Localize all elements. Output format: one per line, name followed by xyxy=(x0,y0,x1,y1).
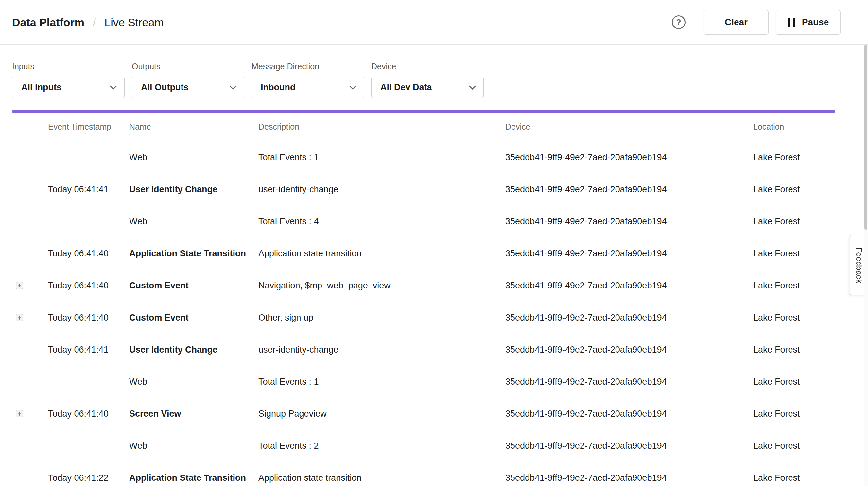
clear-button[interactable]: Clear xyxy=(704,10,769,35)
scrollbar xyxy=(864,45,868,486)
outputs-select[interactable]: All Outputs xyxy=(132,77,244,98)
table-row: Today 06:41:41 User Identity Change user… xyxy=(12,173,835,205)
event-description: Signup Pageview xyxy=(258,409,505,419)
event-name: Application State Transition xyxy=(129,248,258,259)
expand-plus-icon[interactable] xyxy=(16,410,23,417)
expand-cell xyxy=(12,346,48,353)
event-description: Total Events : 2 xyxy=(258,441,505,451)
table-header-row: Event Timestamp Name Description Device … xyxy=(12,113,835,141)
event-description: user-identity-change xyxy=(258,345,505,355)
event-name: Screen View xyxy=(129,409,258,419)
event-location: Lake Forest xyxy=(753,313,835,323)
table-row: Today 06:41:40 Custom Event Other, sign … xyxy=(12,302,835,334)
event-device: 35eddb41-9ff9-49e2-7aed-20afa90eb194 xyxy=(505,313,753,323)
event-name: User Identity Change xyxy=(129,345,258,355)
table-row: Web Total Events : 1 35eddb41-9ff9-49e2-… xyxy=(12,366,835,398)
scrollbar-thumb[interactable] xyxy=(864,45,867,230)
event-device: 35eddb41-9ff9-49e2-7aed-20afa90eb194 xyxy=(505,441,753,451)
inputs-select[interactable]: All Inputs xyxy=(12,77,125,98)
expand-cell xyxy=(12,378,48,385)
table-row: Today 06:41:40 Application State Transit… xyxy=(12,238,835,270)
expand-cell xyxy=(12,186,48,193)
table-row: Today 06:41:22 Application State Transit… xyxy=(12,462,835,486)
event-name: Web xyxy=(129,377,258,387)
inputs-select-value: All Inputs xyxy=(21,83,61,93)
event-timestamp: Today 06:41:22 xyxy=(48,473,129,483)
event-name: Web xyxy=(129,441,258,451)
message-direction-select[interactable]: Inbound xyxy=(251,77,364,98)
outputs-select-value: All Outputs xyxy=(141,83,188,93)
filter-group-device: Device All Dev Data xyxy=(371,62,484,98)
event-device: 35eddb41-9ff9-49e2-7aed-20afa90eb194 xyxy=(505,281,753,291)
event-description: Total Events : 4 xyxy=(258,216,505,226)
event-device: 35eddb41-9ff9-49e2-7aed-20afa90eb194 xyxy=(505,377,753,387)
event-description: Total Events : 1 xyxy=(258,152,505,162)
events-table: Event Timestamp Name Description Device … xyxy=(12,113,835,486)
event-location: Lake Forest xyxy=(753,441,835,451)
help-icon[interactable]: ? xyxy=(672,16,685,29)
event-location: Lake Forest xyxy=(753,152,835,162)
expand-cell xyxy=(12,218,48,225)
filter-group-inputs: Inputs All Inputs xyxy=(12,62,125,98)
filter-group-outputs: Outputs All Outputs xyxy=(132,62,244,98)
event-location: Lake Forest xyxy=(753,216,835,226)
event-timestamp: Today 06:41:40 xyxy=(48,248,129,259)
event-location: Lake Forest xyxy=(753,377,835,387)
event-timestamp: Today 06:41:40 xyxy=(48,281,129,291)
event-device: 35eddb41-9ff9-49e2-7aed-20afa90eb194 xyxy=(505,473,753,483)
col-device: Device xyxy=(505,122,753,131)
event-description: user-identity-change xyxy=(258,184,505,194)
expand-cell xyxy=(12,474,48,481)
chevron-down-icon xyxy=(110,83,117,90)
filter-bar: Inputs All Inputs Outputs All Outputs Me… xyxy=(0,45,868,98)
expand-plus-icon[interactable] xyxy=(16,314,23,321)
event-description: Other, sign up xyxy=(258,313,505,323)
chevron-down-icon xyxy=(349,83,356,90)
event-name: Custom Event xyxy=(129,281,258,291)
expand-plus-icon[interactable] xyxy=(16,282,23,289)
table-row: Today 06:41:41 User Identity Change user… xyxy=(12,334,835,366)
event-description: Application state transition xyxy=(258,248,505,259)
event-location: Lake Forest xyxy=(753,345,835,355)
event-description: Total Events : 1 xyxy=(258,377,505,387)
expand-cell xyxy=(12,442,48,449)
col-event-timestamp: Event Timestamp xyxy=(48,122,129,131)
header-actions: ? Clear Pause xyxy=(672,10,840,35)
pause-button[interactable]: Pause xyxy=(776,10,840,35)
filter-group-message-direction: Message Direction Inbound xyxy=(251,62,364,98)
outputs-filter-label: Outputs xyxy=(132,62,244,71)
breadcrumb: Data Platform / Live Stream xyxy=(12,16,164,29)
stream-progress-bar xyxy=(12,110,835,113)
col-name: Name xyxy=(129,122,258,131)
col-description: Description xyxy=(258,122,505,131)
message-direction-select-value: Inbound xyxy=(261,83,295,93)
page-title: Live Stream xyxy=(104,16,163,29)
event-device: 35eddb41-9ff9-49e2-7aed-20afa90eb194 xyxy=(505,409,753,419)
device-filter-label: Device xyxy=(371,62,484,71)
event-location: Lake Forest xyxy=(753,281,835,291)
pause-button-label: Pause xyxy=(802,17,829,28)
message-direction-filter-label: Message Direction xyxy=(251,62,364,71)
event-device: 35eddb41-9ff9-49e2-7aed-20afa90eb194 xyxy=(505,184,753,194)
expand-cell xyxy=(12,282,48,289)
table-row: Today 06:41:40 Custom Event Navigation, … xyxy=(12,270,835,302)
event-location: Lake Forest xyxy=(753,409,835,419)
event-name: Custom Event xyxy=(129,313,258,323)
event-location: Lake Forest xyxy=(753,473,835,483)
event-description: Application state transition xyxy=(258,473,505,483)
pause-icon xyxy=(787,18,796,27)
event-device: 35eddb41-9ff9-49e2-7aed-20afa90eb194 xyxy=(505,152,753,162)
event-name: Application State Transition xyxy=(129,473,258,483)
breadcrumb-separator: / xyxy=(93,16,96,28)
event-name: User Identity Change xyxy=(129,184,258,194)
event-device: 35eddb41-9ff9-49e2-7aed-20afa90eb194 xyxy=(505,248,753,259)
table-row: Web Total Events : 4 35eddb41-9ff9-49e2-… xyxy=(12,205,835,238)
chevron-down-icon xyxy=(469,83,476,90)
header: Data Platform / Live Stream ? Clear Paus… xyxy=(0,0,868,45)
expand-cell xyxy=(12,154,48,161)
col-location: Location xyxy=(753,122,835,131)
table-row: Today 06:41:40 Screen View Signup Pagevi… xyxy=(12,398,835,430)
device-select[interactable]: All Dev Data xyxy=(371,77,484,98)
event-timestamp: Today 06:41:41 xyxy=(48,345,129,355)
breadcrumb-data-platform[interactable]: Data Platform xyxy=(12,16,84,29)
